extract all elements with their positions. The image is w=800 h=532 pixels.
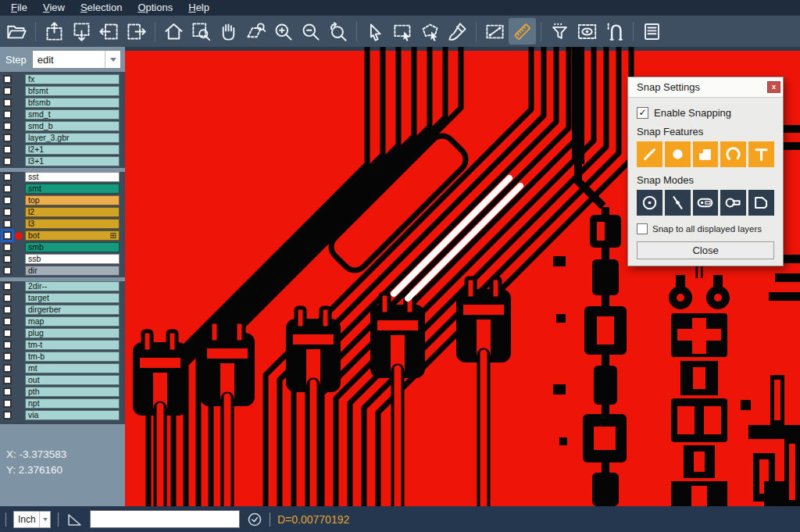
layer-visibility-checkbox[interactable] xyxy=(3,145,12,154)
enable-snapping-row[interactable]: ✓ Enable Snapping xyxy=(637,107,774,119)
snap-all-layers-checkbox[interactable] xyxy=(637,223,648,234)
snap-pad-button[interactable] xyxy=(665,141,691,167)
layer-visibility-checkbox[interactable] xyxy=(3,399,12,408)
layer-name-field[interactable]: smb xyxy=(25,242,120,252)
home-view-button[interactable] xyxy=(160,18,188,45)
menu-item[interactable]: Help xyxy=(180,1,217,15)
layer-row[interactable]: pth xyxy=(0,387,125,397)
snap-contour-button[interactable] xyxy=(748,190,774,216)
snap-text-button[interactable] xyxy=(748,141,774,167)
layer-visibility-checkbox[interactable] xyxy=(3,122,12,130)
filter-button[interactable] xyxy=(546,18,573,45)
layer-visibility-checkbox[interactable] xyxy=(3,294,12,302)
step-select[interactable]: edit xyxy=(32,50,121,69)
layer-name-field[interactable]: l3+1 xyxy=(25,156,120,166)
layer-row[interactable]: smd_b xyxy=(0,121,125,131)
layer-name-field[interactable]: target xyxy=(25,293,120,303)
layer-name-field[interactable]: map xyxy=(25,316,120,327)
zoom-out-button[interactable] xyxy=(297,18,324,45)
snap-line-button[interactable] xyxy=(637,141,662,167)
layer-name-field[interactable]: l3 xyxy=(25,219,120,229)
zoom-previous-button[interactable] xyxy=(324,18,352,45)
menu-item[interactable]: Selection xyxy=(73,1,130,15)
layer-name-field[interactable]: top xyxy=(25,195,120,205)
report-button[interactable] xyxy=(638,18,666,45)
zoom-in-button[interactable] xyxy=(270,18,297,45)
ruler-button[interactable] xyxy=(509,18,536,45)
layer-visibility-checkbox[interactable] xyxy=(3,98,12,107)
layer-name-field[interactable]: dir xyxy=(25,266,120,276)
layer-name-field[interactable]: l2+1 xyxy=(25,145,120,155)
layer-visibility-checkbox[interactable] xyxy=(3,75,12,84)
layer-row[interactable]: smb xyxy=(0,242,125,252)
snap-arc-button[interactable] xyxy=(720,141,746,167)
layer-row[interactable]: plug xyxy=(0,328,125,338)
layer-visibility-checkbox[interactable] xyxy=(3,220,12,228)
layer-row[interactable]: dir xyxy=(0,266,125,276)
zoom-object-button[interactable] xyxy=(242,18,270,45)
layer-row[interactable]: dirgerber xyxy=(0,305,125,315)
layer-row[interactable]: l2 xyxy=(0,207,125,217)
layer-name-field[interactable]: plug xyxy=(25,328,120,338)
chevron-down-icon[interactable] xyxy=(105,51,120,68)
layer-visibility-checkbox[interactable] xyxy=(3,352,12,361)
layer-row[interactable]: bfsmt xyxy=(0,86,125,96)
select-rectangle-button[interactable] xyxy=(389,18,416,45)
layer-row[interactable]: mt xyxy=(0,363,125,373)
dialog-close-button[interactable]: Close xyxy=(637,241,774,259)
pan-down-button[interactable] xyxy=(68,18,95,45)
enable-snapping-checkbox[interactable]: ✓ xyxy=(637,107,648,119)
layer-name-field[interactable]: smd_t xyxy=(25,109,120,120)
layer-visibility-checkbox[interactable] xyxy=(3,282,12,291)
layer-row[interactable]: map xyxy=(0,316,125,327)
layer-row[interactable]: bot⊞ xyxy=(0,230,125,241)
select-polygon-button[interactable] xyxy=(416,18,444,45)
layer-name-field[interactable]: dirgerber xyxy=(25,305,120,315)
layer-visibility-checkbox[interactable] xyxy=(3,208,12,216)
layer-name-field[interactable]: via xyxy=(25,410,120,420)
layer-name-field[interactable]: tm-t xyxy=(25,340,120,350)
layer-row[interactable]: ssb xyxy=(0,254,125,264)
snap-all-layers-row[interactable]: Snap to all displayed layers xyxy=(637,223,774,234)
layer-row[interactable]: l2+1 xyxy=(0,145,125,155)
layer-row[interactable]: via xyxy=(0,410,125,420)
snap-magnet-button[interactable] xyxy=(601,18,628,45)
layer-name-field[interactable]: pth xyxy=(25,387,120,397)
layer-visibility-checkbox[interactable] xyxy=(3,196,12,205)
layer-name-field[interactable]: smd_b xyxy=(25,121,120,131)
view-options-button[interactable] xyxy=(573,18,601,45)
layer-row[interactable]: target xyxy=(0,293,125,303)
layer-visibility-checkbox[interactable] xyxy=(3,376,12,384)
menu-item[interactable]: View xyxy=(35,1,73,15)
layer-row[interactable]: smt xyxy=(0,184,125,194)
layer-visibility-checkbox[interactable] xyxy=(3,184,12,193)
layer-row[interactable]: l3+1 xyxy=(0,156,125,166)
layer-row[interactable]: bfsmb xyxy=(0,98,125,108)
pcb-canvas[interactable]: Snap Settings x ✓ Enable Snapping Snap F… xyxy=(125,47,800,506)
snap-pad-hole-button[interactable] xyxy=(693,190,719,216)
measure-distance-button[interactable] xyxy=(481,18,509,45)
layer-name-field[interactable]: out xyxy=(25,375,120,385)
dialog-close-icon[interactable]: x xyxy=(767,81,780,93)
layer-name-field[interactable]: bfsmt xyxy=(25,86,120,96)
layer-row[interactable]: top xyxy=(0,195,125,205)
layer-name-field[interactable]: ssb xyxy=(25,254,120,264)
layer-visibility-checkbox[interactable] xyxy=(3,87,12,95)
layer-visibility-checkbox[interactable] xyxy=(3,341,12,349)
layer-visibility-checkbox[interactable] xyxy=(3,305,12,314)
pan-right-button[interactable] xyxy=(123,18,150,45)
layer-row[interactable]: 2dir-- xyxy=(0,277,125,291)
layer-name-field[interactable]: npt xyxy=(25,398,120,409)
snap-center-button[interactable] xyxy=(637,190,662,216)
menu-item[interactable]: Options xyxy=(130,1,180,15)
layer-visibility-checkbox[interactable] xyxy=(3,157,12,166)
pan-hand-button[interactable] xyxy=(215,18,242,45)
layer-name-field[interactable]: bfsmb xyxy=(25,98,120,108)
layer-name-field[interactable]: layer_3.gbr xyxy=(25,133,120,143)
units-select[interactable]: Inch xyxy=(13,511,51,528)
layer-row[interactable]: fx xyxy=(0,74,125,84)
layer-visibility-checkbox[interactable] xyxy=(3,231,12,240)
chevron-down-icon[interactable] xyxy=(39,512,50,527)
measure-input[interactable] xyxy=(90,510,240,528)
layer-name-field[interactable]: mt xyxy=(25,363,120,373)
